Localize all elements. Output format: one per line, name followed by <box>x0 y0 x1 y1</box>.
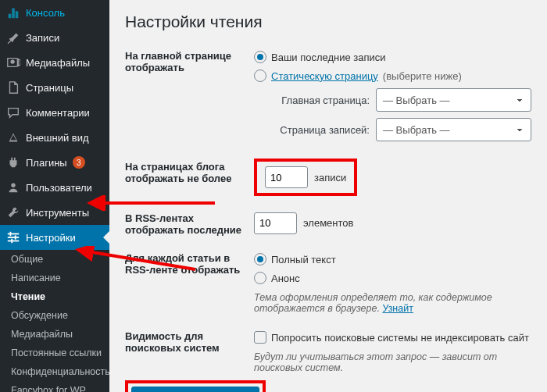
media-icon <box>6 55 20 69</box>
sub-item-fancybox[interactable]: Fancybox for WP <box>0 381 109 392</box>
svg-rect-4 <box>8 241 19 242</box>
static-page-note: (выберите ниже) <box>383 70 462 82</box>
sidebar-item-settings[interactable]: Настройки <box>0 225 109 250</box>
sub-item-general[interactable]: Общие <box>0 250 109 269</box>
menu-label: Страницы <box>26 82 73 94</box>
home-page-select[interactable]: — Выбрать — <box>376 88 531 112</box>
plugins-icon <box>6 155 20 169</box>
comments-icon <box>6 105 20 119</box>
seo-description: Будут ли учитываться этот запрос — завис… <box>254 347 531 373</box>
blog-count-label: На страницах блога отображать не более <box>125 159 254 196</box>
svg-rect-7 <box>11 239 13 243</box>
update-badge: 3 <box>73 156 85 169</box>
learn-more-link[interactable]: Узнайт <box>382 303 413 314</box>
radio-excerpt[interactable] <box>254 272 266 284</box>
pin-icon <box>6 30 20 45</box>
radio-static-page[interactable] <box>254 69 266 82</box>
radio-label: Полный текст <box>271 254 336 265</box>
menu-label: Инструменты <box>26 207 89 219</box>
rss-count-input[interactable] <box>254 212 297 234</box>
sidebar-item-users[interactable]: Пользователи <box>0 175 109 200</box>
svg-point-1 <box>11 184 15 187</box>
highlight-box: записи <box>254 159 357 196</box>
sidebar-item-appearance[interactable]: Внешний вид <box>0 125 109 150</box>
tools-icon <box>6 205 20 219</box>
highlight-box: Сохранить изменения <box>125 380 266 392</box>
menu-label: Медиафайлы <box>26 57 90 69</box>
rss-description: Тема оформления определяет то, как содер… <box>254 287 531 314</box>
noindex-checkbox[interactable] <box>254 331 266 344</box>
sub-item-discussion[interactable]: Обсуждение <box>0 306 109 325</box>
main-content: Настройки чтения На главной странице ото… <box>109 0 547 392</box>
sidebar-item-pages[interactable]: Страницы <box>0 75 109 100</box>
users-icon <box>6 180 20 194</box>
svg-rect-5 <box>10 232 12 236</box>
menu-label: Комментарии <box>26 107 90 119</box>
menu-label: Консоль <box>26 7 65 19</box>
svg-rect-3 <box>8 237 19 238</box>
sidebar-item-console[interactable]: Консоль <box>0 0 109 25</box>
sub-item-permalinks[interactable]: Постоянные ссылки <box>0 344 109 362</box>
admin-sidebar: Консоль Записи Медиафайлы Страницы Комме… <box>0 0 109 392</box>
posts-page-select[interactable]: — Выбрать — <box>376 118 531 141</box>
sub-item-media[interactable]: Медиафайлы <box>0 325 109 344</box>
svg-rect-6 <box>15 235 16 239</box>
radio-label: Анонс <box>271 273 300 284</box>
menu-label: Внешний вид <box>26 132 89 144</box>
menu-label: Настройки <box>26 232 76 244</box>
posts-select-label: Страница записей: <box>277 124 370 136</box>
static-page-link[interactable]: Статическую страницу <box>271 70 378 82</box>
sidebar-item-plugins[interactable]: Плагины 3 <box>0 150 109 175</box>
pages-icon <box>6 80 20 94</box>
sidebar-item-media[interactable]: Медиафайлы <box>0 50 109 75</box>
sidebar-item-comments[interactable]: Комментарии <box>0 100 109 125</box>
suffix-text: записи <box>314 172 346 184</box>
dashboard-icon <box>6 5 20 20</box>
settings-icon <box>6 230 20 244</box>
sub-item-privacy[interactable]: Конфиденциальность <box>0 362 109 381</box>
checkbox-label: Попросить поисковые системы не индексиро… <box>271 332 529 344</box>
sidebar-item-posts[interactable]: Записи <box>0 25 109 50</box>
svg-rect-2 <box>8 233 19 235</box>
menu-label: Плагины <box>26 157 67 169</box>
svg-point-0 <box>10 59 14 63</box>
sidebar-item-tools[interactable]: Инструменты <box>0 200 109 225</box>
rss-mode-label: Для каждой статьи в RSS-ленте отображать <box>125 250 254 314</box>
appearance-icon <box>6 130 20 144</box>
radio-latest-posts[interactable] <box>254 51 266 63</box>
home-select-label: Главная страница: <box>277 94 370 106</box>
sub-item-reading[interactable]: Чтение <box>0 287 109 306</box>
sub-item-writing[interactable]: Написание <box>0 269 109 287</box>
front-page-label: На главной странице отображать <box>125 48 254 144</box>
page-title: Настройки чтения <box>125 8 531 41</box>
posts-per-page-input[interactable] <box>265 166 308 188</box>
rss-count-label: В RSS-лентах отображать последние <box>125 210 254 236</box>
menu-label: Пользователи <box>26 182 92 194</box>
menu-label: Записи <box>26 32 59 44</box>
seo-visibility-label: Видимость для поисковых систем <box>125 328 254 373</box>
radio-label: Ваши последние записи <box>271 52 386 63</box>
save-button[interactable]: Сохранить изменения <box>131 387 259 392</box>
radio-full-text[interactable] <box>254 253 266 265</box>
suffix-text: элементов <box>303 217 353 229</box>
